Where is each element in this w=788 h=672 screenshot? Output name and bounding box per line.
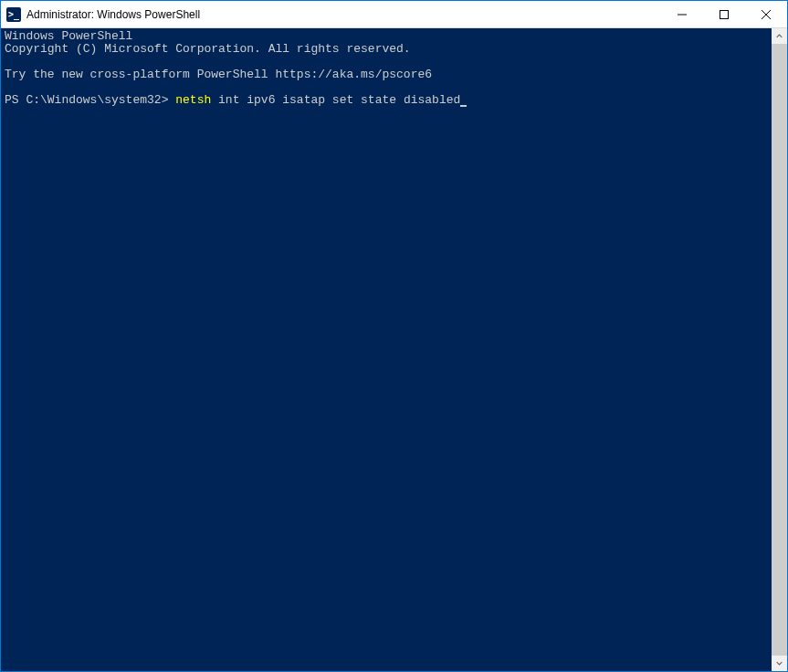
close-icon [762,10,771,19]
powershell-icon: >_ [6,7,21,22]
prompt-line: PS C:\Windows\system32> netsh int ipv6 i… [5,94,768,107]
blank-line [5,81,768,94]
svg-rect-1 [720,10,729,18]
window-title: Administrator: Windows PowerShell [26,8,200,21]
vertical-scrollbar[interactable] [772,28,787,671]
prompt: PS C:\Windows\system32> [5,93,175,107]
maximize-button[interactable] [703,1,745,27]
minimize-icon [678,10,687,19]
minimize-button[interactable] [661,1,703,27]
output-line: Windows PowerShell [5,30,768,43]
powershell-icon-glyph: >_ [8,9,19,19]
chevron-up-icon [776,33,783,39]
window-controls [661,1,787,27]
scroll-track[interactable] [772,44,787,656]
maximize-icon [720,10,729,19]
chevron-down-icon [776,660,783,667]
cursor [460,105,467,107]
command-highlight: netsh [175,93,218,107]
output-line: Try the new cross-platform PowerShell ht… [5,68,768,81]
terminal-area: Windows PowerShellCopyright (C) Microsof… [1,28,787,671]
output-line: Copyright (C) Microsoft Corporation. All… [5,43,768,56]
scroll-thumb[interactable] [772,44,787,656]
close-button[interactable] [745,1,787,27]
titlebar-left: >_ Administrator: Windows PowerShell [1,7,200,22]
command-args: int ipv6 isatap set state disabled [218,93,460,107]
powershell-window: >_ Administrator: Windows PowerShell [0,0,788,672]
blank-line [5,56,768,68]
terminal[interactable]: Windows PowerShellCopyright (C) Microsof… [1,28,772,671]
titlebar[interactable]: >_ Administrator: Windows PowerShell [1,1,787,28]
scroll-up-button[interactable] [772,28,787,44]
scroll-down-button[interactable] [772,656,787,671]
